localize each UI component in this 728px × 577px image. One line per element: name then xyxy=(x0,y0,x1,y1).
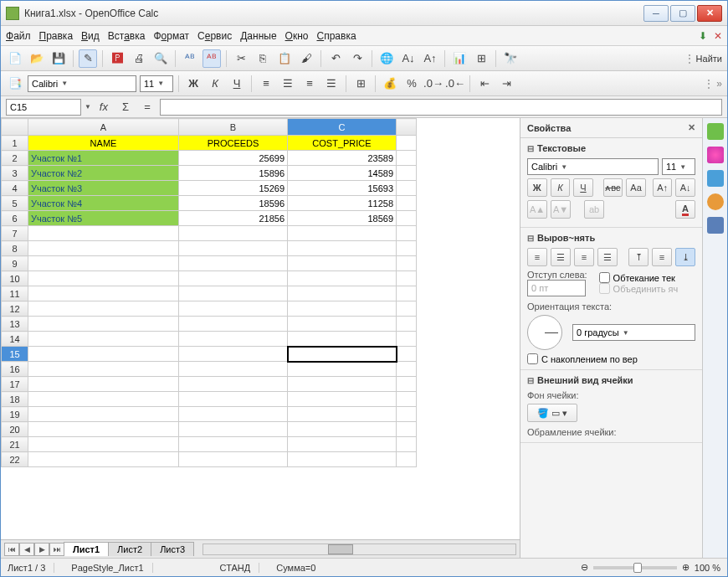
side-highlight-icon[interactable]: ab xyxy=(584,200,604,219)
new-icon[interactable]: 📄 xyxy=(6,49,24,68)
col-header[interactable] xyxy=(397,119,417,136)
indent-input[interactable]: 0 пт xyxy=(527,280,586,296)
cell[interactable]: Участок №2 xyxy=(28,166,179,181)
cut-icon[interactable]: ✂ xyxy=(232,49,250,68)
sum-icon[interactable]: Σ xyxy=(116,98,135,116)
bg-color-picker[interactable]: 🪣 ▭ ▾ xyxy=(527,404,577,422)
pdf-icon[interactable]: 🅿 xyxy=(108,49,126,68)
align-justify-icon[interactable]: ☰ xyxy=(322,75,341,93)
panel-close-icon[interactable]: ✕ xyxy=(688,122,695,133)
cell[interactable]: COST_PRICE xyxy=(288,136,397,151)
formula-input[interactable] xyxy=(160,99,722,116)
row-header[interactable]: 21 xyxy=(2,437,28,452)
select-all-corner[interactable] xyxy=(2,119,28,136)
link-icon[interactable]: 🌐 xyxy=(377,49,396,68)
zoom-value[interactable]: 100 % xyxy=(695,563,720,573)
cell-reference-input[interactable] xyxy=(6,99,81,116)
spellcheck-icon[interactable]: ᴬᴮ xyxy=(181,49,199,68)
cell[interactable]: 15693 xyxy=(288,181,397,196)
font-size-combo[interactable]: 11▼ xyxy=(140,75,173,92)
tab-nav-first[interactable]: ⏮ xyxy=(4,543,19,556)
deck-navigator-icon[interactable] xyxy=(707,193,724,210)
zoom-out-icon[interactable]: ⊖ xyxy=(581,562,588,573)
open-icon[interactable]: 📂 xyxy=(28,49,46,68)
menu-format[interactable]: Формат xyxy=(153,30,189,42)
row-header[interactable]: 1 xyxy=(2,136,28,151)
indent-dec-icon[interactable]: ⇤ xyxy=(475,75,494,93)
align-right-icon[interactable]: ≡ xyxy=(574,248,594,266)
sheet-tab[interactable]: Лист2 xyxy=(108,542,151,556)
row-header[interactable]: 16 xyxy=(2,362,28,377)
maximize-button[interactable]: ▢ xyxy=(670,5,695,22)
percent-icon[interactable]: % xyxy=(402,75,421,93)
row-header[interactable]: 9 xyxy=(2,256,28,271)
side-underline-icon[interactable]: Ч xyxy=(573,178,593,197)
valign-mid-icon[interactable]: ≡ xyxy=(652,248,672,266)
decimal-del-icon[interactable]: .0← xyxy=(446,75,464,93)
cell[interactable]: 15269 xyxy=(179,181,288,196)
active-cell[interactable] xyxy=(288,347,397,362)
row-header[interactable]: 10 xyxy=(2,271,28,286)
edit-icon[interactable]: ✎ xyxy=(79,49,97,68)
section-align[interactable]: Выров~нять xyxy=(527,233,695,243)
indent-inc-icon[interactable]: ⇥ xyxy=(497,75,515,93)
stack-checkbox[interactable]: С накоплением по вер xyxy=(527,353,695,364)
cell[interactable]: PROCEEDS xyxy=(179,136,288,151)
decimal-add-icon[interactable]: .0→ xyxy=(424,75,443,93)
sheet-tab[interactable]: Лист1 xyxy=(64,542,109,556)
sort-asc-icon[interactable]: A↓ xyxy=(399,49,418,68)
cell[interactable]: Участок №1 xyxy=(28,151,179,166)
minimize-button[interactable]: ─ xyxy=(643,5,669,22)
orientation-combo[interactable]: 0 градусы▼ xyxy=(572,324,695,341)
cell[interactable]: 11258 xyxy=(288,196,397,211)
menu-window[interactable]: Окно xyxy=(285,30,309,42)
cell[interactable]: 23589 xyxy=(288,151,397,166)
sort-desc-icon[interactable]: A↑ xyxy=(421,49,439,68)
horizontal-scrollbar[interactable] xyxy=(203,544,516,555)
tab-nav-next[interactable]: ▶ xyxy=(34,543,49,556)
valign-bottom-icon[interactable]: ⤓ xyxy=(675,248,695,266)
brush-icon[interactable]: 🖌 xyxy=(297,49,315,68)
find-icon[interactable]: 🔭 xyxy=(501,49,520,68)
deck-functions-icon[interactable] xyxy=(707,217,724,234)
deck-gallery-icon[interactable] xyxy=(707,170,724,187)
align-right-icon[interactable]: ≡ xyxy=(300,75,319,93)
row-header[interactable]: 22 xyxy=(2,452,28,467)
font-family-combo[interactable]: Calibri▼ xyxy=(28,75,136,92)
merge-checkbox[interactable]: Объединить яч xyxy=(599,283,695,294)
close-button[interactable]: ✕ xyxy=(697,5,722,22)
bold-icon[interactable]: Ж xyxy=(184,75,203,93)
section-text[interactable]: Текстовые xyxy=(527,143,695,153)
status-mode[interactable]: СТАНД xyxy=(220,563,260,573)
valign-top-icon[interactable]: ⤒ xyxy=(628,248,649,266)
menu-edit[interactable]: Правка xyxy=(39,30,74,42)
menu-view[interactable]: Вид xyxy=(81,30,100,42)
side-case-icon[interactable]: Аа xyxy=(626,178,646,197)
side-font-family[interactable]: Calibri▼ xyxy=(527,158,659,175)
row-header[interactable]: 7 xyxy=(2,226,28,241)
row-header[interactable]: 19 xyxy=(2,407,28,422)
print-icon[interactable]: 🖨 xyxy=(130,49,148,68)
menu-close-icon[interactable]: ✕ xyxy=(714,30,722,42)
chart-icon[interactable]: 📊 xyxy=(450,49,469,68)
row-header[interactable]: 14 xyxy=(2,332,28,347)
align-left-icon[interactable]: ≡ xyxy=(527,248,547,266)
menu-insert[interactable]: Вставка xyxy=(108,30,146,42)
menu-file[interactable]: Файл xyxy=(6,30,31,42)
row-header[interactable]: 20 xyxy=(2,422,28,437)
preview-icon[interactable]: 🔍 xyxy=(151,49,170,68)
wrap-checkbox[interactable]: Обтекание тек xyxy=(599,272,695,283)
cell[interactable]: 15896 xyxy=(179,166,288,181)
underline-icon[interactable]: Ч xyxy=(228,75,246,93)
side-super-icon[interactable]: A↑ xyxy=(653,178,673,197)
cell[interactable]: 18569 xyxy=(288,211,397,226)
equals-icon[interactable]: = xyxy=(138,98,156,116)
deck-styles-icon[interactable] xyxy=(707,147,724,163)
redo-icon[interactable]: ↷ xyxy=(348,49,367,68)
side-italic-icon[interactable]: К xyxy=(551,178,571,197)
col-header[interactable]: A xyxy=(28,119,179,136)
side-bold-icon[interactable]: Ж xyxy=(527,178,547,197)
cell[interactable]: 21856 xyxy=(179,211,288,226)
section-cell[interactable]: Внешний вид ячейки xyxy=(527,375,695,385)
row-header[interactable]: 17 xyxy=(2,377,28,392)
